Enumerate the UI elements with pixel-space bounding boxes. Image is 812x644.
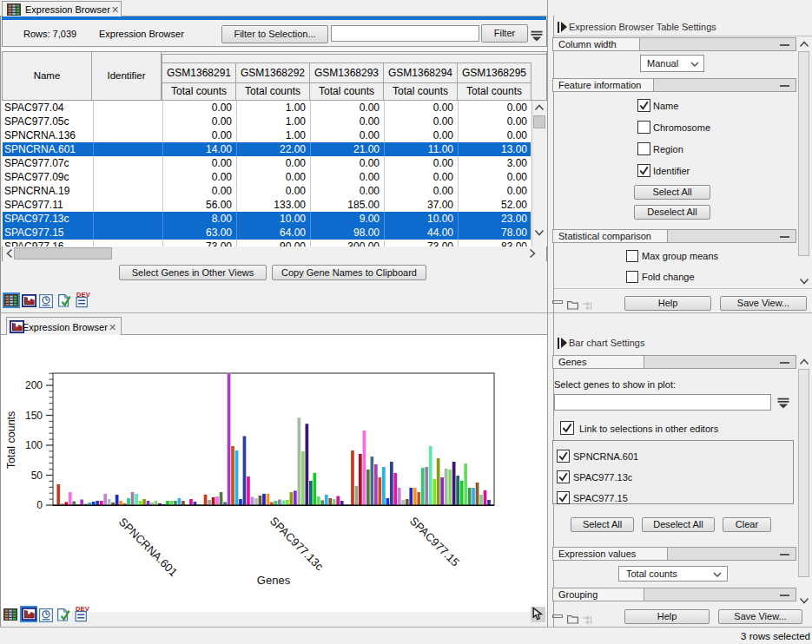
svg-text:200: 200 [25,379,43,391]
svg-text:100: 100 [25,439,43,451]
svg-text:150: 150 [25,410,43,422]
svg-text:Total counts: Total counts [5,411,17,470]
svg-text:0: 0 [36,499,43,511]
svg-text:50: 50 [31,470,43,482]
svg-text:Genes: Genes [257,574,291,587]
